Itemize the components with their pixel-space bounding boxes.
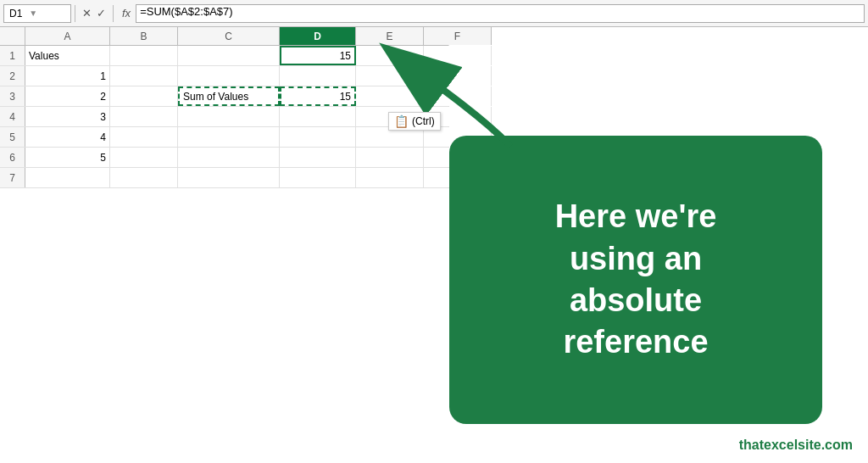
cell-a7[interactable]	[25, 168, 110, 187]
cell-b6[interactable]	[110, 148, 178, 167]
row-num-4: 4	[0, 107, 25, 126]
cell-value: 5	[100, 152, 106, 164]
formula-input[interactable]: =SUM($A$2:$A$7)	[136, 4, 865, 23]
callout-line1: Here we're	[555, 198, 717, 234]
cell-a1[interactable]: Values	[25, 46, 110, 65]
cell-value: 2	[100, 91, 106, 103]
cell-c6[interactable]	[178, 148, 280, 167]
cell-b5[interactable]	[110, 127, 178, 147]
callout-line4: reference	[563, 324, 708, 360]
cell-b7[interactable]	[110, 168, 178, 187]
paste-icon: 📋	[394, 114, 409, 128]
row-num-5: 5	[0, 127, 25, 147]
cell-reference-box[interactable]: D1 ▼	[3, 4, 71, 23]
formula-bar: D1 ▼ ✕ ✓ fx =SUM($A$2:$A$7)	[0, 0, 868, 27]
cell-c2[interactable]	[178, 66, 280, 86]
row-num-2: 2	[0, 66, 25, 86]
cell-value: Values	[29, 50, 59, 62]
confirm-icon[interactable]: ✓	[97, 7, 106, 20]
cell-c3[interactable]: Sum of Values	[178, 86, 280, 106]
cell-a6[interactable]: 5	[25, 148, 110, 167]
formula-value: =SUM($A$2:$A$7)	[140, 5, 232, 18]
cell-e7[interactable]	[356, 168, 424, 187]
col-header-d[interactable]: D	[280, 27, 356, 45]
watermark: thatexcelsite.com	[739, 438, 853, 453]
row-num-header	[0, 27, 25, 45]
callout-line3: absolute	[570, 282, 702, 318]
cell-d7[interactable]	[280, 168, 356, 187]
callout-text: Here we're using an absolute reference	[538, 179, 734, 381]
cell-a4[interactable]: 3	[25, 107, 110, 126]
table-row: 7	[0, 168, 448, 188]
cell-a3[interactable]: 2	[25, 86, 110, 106]
col-header-a[interactable]: A	[25, 27, 110, 45]
cell-d6[interactable]	[280, 148, 356, 167]
cell-c5[interactable]	[178, 127, 280, 147]
cell-d2[interactable]	[280, 66, 356, 86]
cell-value: 15	[340, 91, 351, 103]
row-num-7: 7	[0, 168, 25, 187]
cell-a5[interactable]: 4	[25, 127, 110, 147]
cell-c4[interactable]	[178, 107, 280, 126]
cell-d3[interactable]: 15	[280, 86, 356, 106]
cell-d5[interactable]	[280, 127, 356, 147]
cell-value: 3	[100, 111, 106, 123]
cell-b2[interactable]	[110, 66, 178, 86]
fx-label: fx	[122, 7, 131, 20]
cell-value: Sum of Values	[183, 91, 248, 103]
callout-line2: using an	[570, 241, 702, 276]
paste-tooltip[interactable]: 📋 (Ctrl)	[388, 112, 441, 131]
col-header-c[interactable]: C	[178, 27, 280, 45]
cell-d1[interactable]: 15	[280, 46, 356, 65]
formula-bar-divider2	[113, 5, 114, 22]
cell-b4[interactable]	[110, 107, 178, 126]
cell-value: 1	[100, 70, 106, 82]
formula-bar-divider	[75, 5, 75, 22]
cell-value: 4	[100, 131, 106, 143]
row-num-6: 6	[0, 148, 25, 167]
row-num-3: 3	[0, 86, 25, 106]
cell-c7[interactable]	[178, 168, 280, 187]
cell-b3[interactable]	[110, 86, 178, 106]
row-num-1: 1	[0, 46, 25, 65]
cell-a2[interactable]: 1	[25, 66, 110, 86]
callout-box: Here we're using an absolute reference	[449, 136, 822, 424]
cancel-icon[interactable]: ✕	[82, 7, 92, 20]
cell-ref-label: D1	[9, 8, 22, 20]
arrow-indicator	[373, 42, 542, 153]
cell-d4[interactable]	[280, 107, 356, 126]
col-header-b[interactable]: B	[110, 27, 178, 45]
paste-tooltip-text: (Ctrl)	[412, 115, 435, 127]
cell-value: 15	[340, 50, 351, 62]
cell-c1[interactable]	[178, 46, 280, 65]
cell-b1[interactable]	[110, 46, 178, 65]
formula-bar-action-icons: ✕ ✓	[82, 7, 106, 20]
